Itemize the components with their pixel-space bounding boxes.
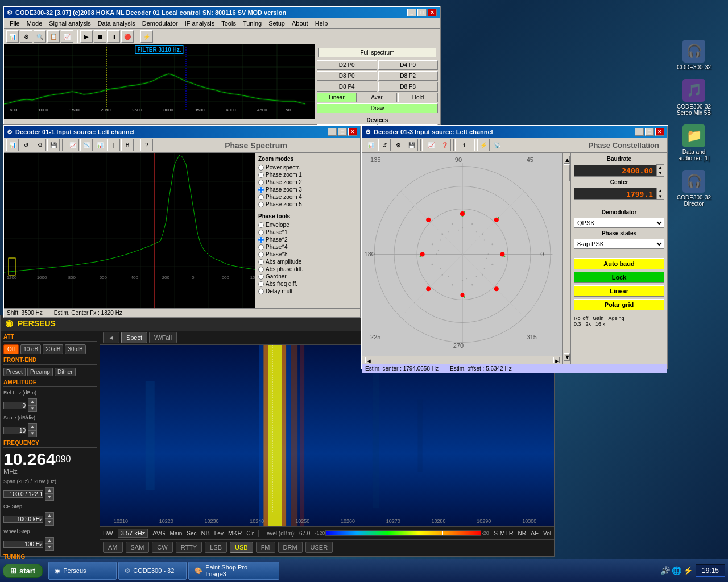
decoder1-tb2[interactable]: ↺ (20, 139, 32, 151)
taskbar-item-paintshop[interactable]: 🎨 Paint Shop Pro - Image3 (188, 562, 279, 580)
decoder1-tb6[interactable]: 📉 (80, 139, 93, 151)
center-down[interactable]: ▼ (657, 194, 664, 199)
decoder3-tb8[interactable]: ⚡ (477, 139, 490, 151)
baudrate-up[interactable]: ▲ (657, 165, 664, 171)
zoom-power[interactable]: Power spectr. (258, 164, 357, 171)
full-spectrum-button[interactable]: Full spectrum (318, 48, 436, 57)
lock-button[interactable]: Lock (574, 272, 664, 283)
tool-phase4[interactable]: Phase^4 (258, 244, 357, 250)
close-button[interactable]: ✕ (428, 9, 437, 16)
decoder3-tb9[interactable]: 📡 (491, 139, 503, 151)
decoder3-minimize[interactable]: _ (635, 128, 644, 136)
baudrate-down[interactable]: ▼ (657, 171, 664, 176)
decoder3-titlebar[interactable]: ⚙ Decoder 01-3 Input source: Left channe… (362, 126, 667, 138)
decoder1-tb1[interactable]: 📊 (6, 139, 19, 151)
auto-baud-button[interactable]: Auto baud (574, 258, 664, 269)
menu-tuning[interactable]: Tuning (239, 19, 265, 27)
tray-icon-2[interactable]: 🌐 (672, 566, 681, 575)
tb-btn-7[interactable]: ⏹ (94, 30, 106, 43)
wheelstep-down[interactable]: ▼ (45, 544, 54, 551)
hold-button[interactable]: Hold (398, 93, 438, 102)
phase-states-select[interactable]: 8-ap PSK 4-ap PSK 2-ap PSK (574, 239, 664, 249)
decoder1-tb3[interactable]: ⚙ (34, 139, 46, 151)
decoder1-close[interactable]: ✕ (348, 128, 357, 136)
taskbar-item-code300[interactable]: ⚙ CODE300 - 32 (118, 562, 187, 580)
cfstep-down[interactable]: ▼ (45, 519, 54, 526)
att-10db-button[interactable]: 10 dB (20, 344, 41, 354)
d8p0-button[interactable]: D8 P0 (317, 71, 377, 81)
tb-btn-5[interactable]: 📈 (61, 30, 73, 43)
preset-button[interactable]: Preset (3, 368, 26, 376)
sam-button[interactable]: SAM (126, 542, 150, 553)
decoder3-close[interactable]: ✕ (655, 128, 664, 136)
lsb-button[interactable]: LSB (205, 542, 227, 553)
tool-phase1[interactable]: Phase^1 (258, 229, 357, 235)
tray-icon-3[interactable]: ⚡ (683, 566, 693, 575)
vert-slider[interactable]: ▲ ▼ (562, 153, 570, 364)
scale-up[interactable]: ▲ (28, 423, 37, 430)
fm-button[interactable]: FM (256, 542, 275, 553)
desktop-icon-code300[interactable]: 🎧 CODE300-32 (671, 40, 717, 70)
att-30db-button[interactable]: 30 dB (65, 344, 85, 354)
menu-if[interactable]: IF analysis (181, 19, 218, 27)
tool-phase2[interactable]: Phase^2 (258, 236, 357, 243)
wheelstep-up[interactable]: ▲ (45, 537, 54, 544)
decoder1-tb5[interactable]: 📈 (67, 139, 79, 151)
dither-button[interactable]: Dither (55, 368, 76, 376)
wfall-button[interactable]: W/Fall (149, 332, 177, 343)
user-button[interactable]: USER (305, 542, 333, 553)
d8p2-button[interactable]: D8 P2 (378, 71, 439, 81)
tb-btn-9[interactable]: 🔴 (121, 30, 134, 43)
tray-icon-1[interactable]: 🔊 (660, 566, 670, 575)
decoder1-maximize[interactable]: □ (338, 128, 347, 136)
decoder1-tb9[interactable]: B (121, 139, 134, 151)
center-arrows[interactable]: ▲ ▼ (656, 188, 664, 200)
decoder3-tb1[interactable]: 📊 (365, 139, 377, 151)
menu-setup[interactable]: Setup (265, 19, 288, 27)
att-off-button[interactable]: Off (3, 344, 19, 354)
tool-delay[interactable]: Delay mult (258, 288, 357, 294)
tb-btn-3[interactable]: 🔍 (34, 30, 46, 43)
menu-signal[interactable]: Signal analysis (46, 19, 94, 27)
scale-down[interactable]: ▼ (28, 430, 37, 437)
decoder3-tb7[interactable]: ℹ (458, 139, 470, 151)
span-updown[interactable]: ▲ ▼ (45, 487, 54, 501)
decoder1-titlebar[interactable]: ⚙ Decoder 01-1 Input source: Left channe… (4, 126, 360, 138)
d8p8-button[interactable]: D8 P8 (378, 82, 439, 92)
ref-lev-down[interactable]: ▼ (28, 405, 37, 412)
linear-button2[interactable]: Linear (574, 285, 664, 297)
tool-abs-freq[interactable]: Abs freq diff. (258, 281, 357, 287)
usb-button[interactable]: USB (230, 542, 253, 553)
decoder1-tb4[interactable]: 💾 (47, 139, 60, 151)
zoom-4[interactable]: Phase zoom 4 (258, 194, 357, 200)
menu-file[interactable]: File (6, 19, 23, 27)
taskbar-clock[interactable]: 19:15 (696, 564, 725, 577)
wheelstep-input[interactable] (3, 541, 43, 548)
cw-button[interactable]: CW (152, 542, 172, 553)
decoder1-tb8[interactable]: | (107, 139, 120, 151)
decoder3-tb5[interactable]: 📈 (425, 139, 437, 151)
desktop-icon-director[interactable]: 🎧 CODE300-32Director (671, 170, 717, 207)
decoder1-tb7[interactable]: 📊 (94, 139, 106, 151)
polar-grid-button[interactable]: Polar grid (574, 299, 664, 310)
menu-about[interactable]: About (288, 19, 312, 27)
decoder1-tb10[interactable]: ? (140, 139, 153, 151)
scale-input[interactable] (3, 427, 26, 434)
decoder3-maximize[interactable]: □ (645, 128, 654, 136)
span-down[interactable]: ▼ (45, 494, 54, 501)
menu-demod[interactable]: Demodulator (139, 19, 181, 27)
taskbar-item-perseus[interactable]: ◉ Perseus (48, 562, 117, 580)
tb-btn-8[interactable]: ⏸ (107, 30, 120, 43)
cfstep-up[interactable]: ▲ (45, 512, 54, 519)
baudrate-arrows[interactable]: ▲ ▼ (656, 164, 664, 177)
decoder3-tb4[interactable]: 💾 (406, 139, 418, 151)
menu-mode[interactable]: Mode (23, 19, 46, 27)
center-up[interactable]: ▲ (657, 188, 664, 194)
tool-abs-amp[interactable]: Abs amplitude (258, 259, 357, 265)
decoder3-tb2[interactable]: ↺ (378, 139, 391, 151)
drm-button[interactable]: DRM (278, 542, 303, 553)
am-button[interactable]: AM (103, 542, 123, 553)
tb-btn-6[interactable]: ▶ (80, 30, 93, 43)
ref-lev-updown[interactable]: ▲ ▼ (28, 398, 37, 412)
tb-btn-10[interactable]: ⚡ (140, 30, 153, 43)
